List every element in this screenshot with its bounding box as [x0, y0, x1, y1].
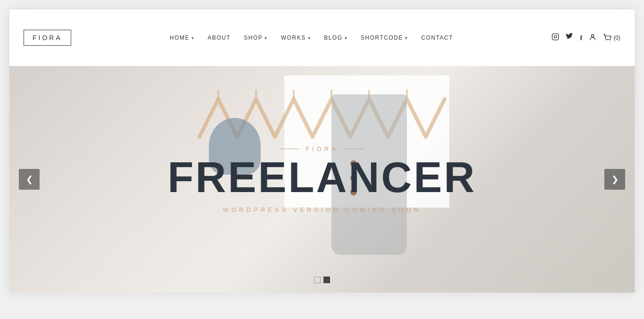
instagram-icon[interactable] — [552, 33, 559, 42]
slide-content: FIORA FREELANCER WORDPRESS VERSION COMIN… — [9, 66, 635, 293]
slide-brand: FIORA — [280, 145, 364, 152]
svg-point-5 — [610, 41, 610, 41]
nav-item-blog[interactable]: BLOG ▾ — [324, 34, 347, 41]
slider-prev-button[interactable]: ❮ — [19, 169, 40, 190]
page-wrapper: FIORA HOME ▾ ABOUT SHOP ▾ WORKS ▾ BLOG ▾ — [9, 9, 635, 293]
svg-point-4 — [606, 41, 606, 41]
hero-slider: FIORA FREELANCER WORDPRESS VERSION COMIN… — [9, 66, 635, 293]
chevron-down-icon: ▾ — [191, 35, 195, 41]
facebook-icon[interactable]: f — [580, 34, 582, 42]
chevron-down-icon: ▾ — [308, 35, 311, 41]
header-icons: f (0) — [552, 33, 620, 42]
chevron-down-icon: ▾ — [264, 35, 268, 41]
slide-background: FIORA FREELANCER WORDPRESS VERSION COMIN… — [9, 66, 635, 293]
chevron-down-icon: ▾ — [405, 35, 408, 41]
svg-rect-0 — [553, 34, 559, 40]
slider-next-button[interactable]: ❯ — [604, 169, 625, 190]
nav-item-contact[interactable]: CONTACT — [421, 34, 454, 41]
svg-point-3 — [592, 34, 594, 37]
nav-item-shortcode[interactable]: SHORTCODE ▾ — [361, 34, 408, 41]
slide-tagline: WORDPRESS VERSION COMING SOON — [223, 206, 421, 213]
svg-point-1 — [554, 35, 557, 38]
nav-item-works[interactable]: WORKS ▾ — [281, 34, 311, 41]
user-icon[interactable] — [589, 34, 596, 42]
cart-button[interactable]: (0) — [603, 34, 620, 42]
nav-item-about[interactable]: ABOUT — [207, 34, 231, 41]
main-nav: HOME ▾ ABOUT SHOP ▾ WORKS ▾ BLOG ▾ SHORT… — [170, 34, 453, 41]
slider-dot-1[interactable] — [314, 277, 321, 283]
site-header: FIORA HOME ▾ ABOUT SHOP ▾ WORKS ▾ BLOG ▾ — [9, 9, 635, 66]
logo[interactable]: FIORA — [24, 30, 71, 46]
svg-point-2 — [557, 35, 557, 35]
slider-dot-2[interactable] — [323, 277, 330, 283]
chevron-down-icon: ▾ — [345, 35, 348, 41]
slide-title: FREELANCER — [167, 156, 476, 199]
nav-item-home[interactable]: HOME ▾ — [170, 34, 195, 41]
nav-item-shop[interactable]: SHOP ▾ — [244, 34, 268, 41]
slider-dots — [314, 277, 330, 283]
twitter-icon[interactable] — [566, 33, 573, 42]
